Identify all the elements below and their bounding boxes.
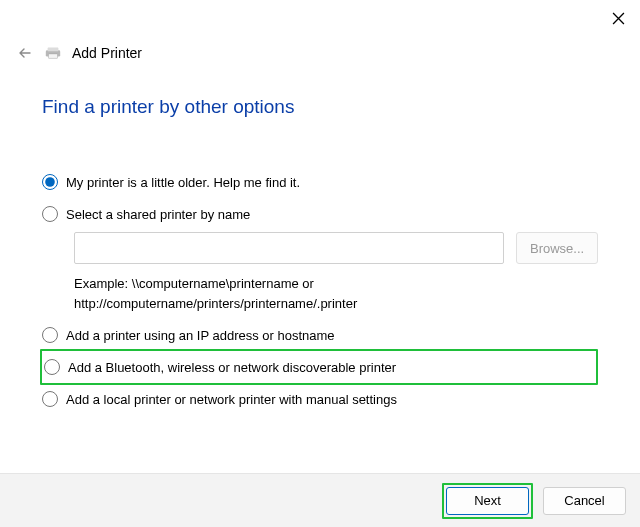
next-highlight: Next xyxy=(442,483,533,519)
bluetooth-highlight: Add a Bluetooth, wireless or network dis… xyxy=(40,349,598,385)
next-button[interactable]: Next xyxy=(446,487,529,515)
option-shared-printer[interactable]: Select a shared printer by name xyxy=(42,198,598,230)
option-local-manual[interactable]: Add a local printer or network printer w… xyxy=(42,383,598,415)
option-older-printer[interactable]: My printer is a little older. Help me fi… xyxy=(42,166,598,198)
radio-shared-printer[interactable] xyxy=(42,206,58,222)
svg-rect-2 xyxy=(49,54,58,59)
option-label: Add a Bluetooth, wireless or network dis… xyxy=(68,360,396,375)
dialog-title: Add Printer xyxy=(72,45,142,61)
shared-printer-name-input[interactable] xyxy=(74,232,504,264)
option-label: Add a printer using an IP address or hos… xyxy=(66,328,335,343)
add-printer-window: Add Printer Find a printer by other opti… xyxy=(0,0,640,527)
radio-local-manual[interactable] xyxy=(42,391,58,407)
back-button[interactable] xyxy=(16,44,34,62)
dialog-content: Find a printer by other options My print… xyxy=(0,62,640,473)
options-group: My printer is a little older. Help me fi… xyxy=(42,166,598,415)
dialog-footer: Next Cancel xyxy=(0,473,640,527)
option-label: My printer is a little older. Help me fi… xyxy=(66,175,300,190)
svg-rect-1 xyxy=(48,48,59,52)
dialog-header: Add Printer xyxy=(0,0,640,62)
back-arrow-icon xyxy=(17,45,33,61)
option-bluetooth-wireless[interactable]: Add a Bluetooth, wireless or network dis… xyxy=(44,353,396,381)
radio-bluetooth-wireless[interactable] xyxy=(44,359,60,375)
shared-example-text: Example: \\computername\printername or h… xyxy=(74,274,598,313)
cancel-button[interactable]: Cancel xyxy=(543,487,626,515)
radio-older-printer[interactable] xyxy=(42,174,58,190)
close-button[interactable] xyxy=(608,8,628,28)
option-ip-hostname[interactable]: Add a printer using an IP address or hos… xyxy=(42,319,598,351)
close-icon xyxy=(612,12,625,25)
page-heading: Find a printer by other options xyxy=(42,96,598,118)
option-label: Select a shared printer by name xyxy=(66,207,250,222)
browse-button[interactable]: Browse... xyxy=(516,232,598,264)
option-label: Add a local printer or network printer w… xyxy=(66,392,397,407)
radio-ip-hostname[interactable] xyxy=(42,327,58,343)
printer-icon xyxy=(44,46,62,60)
shared-printer-details: Browse... Example: \\computername\printe… xyxy=(42,232,598,313)
